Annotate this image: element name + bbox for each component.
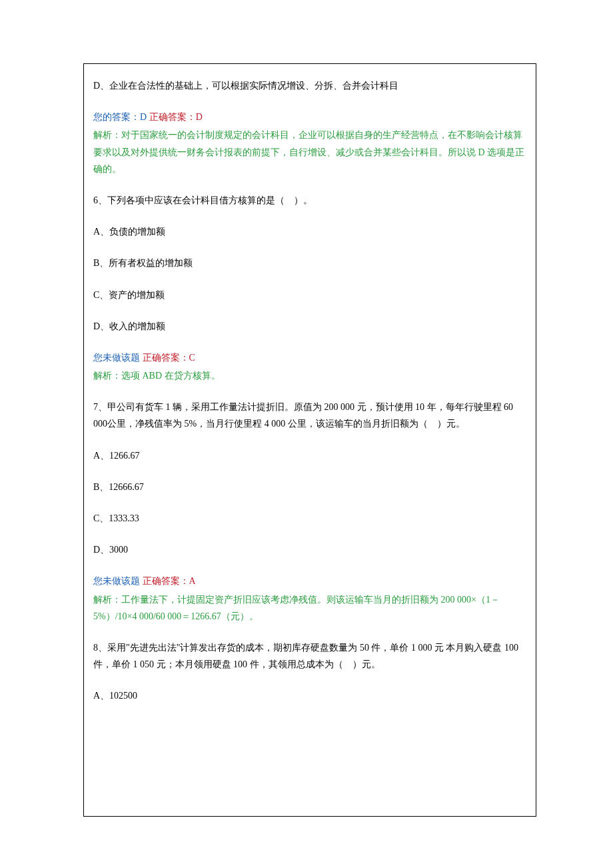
- q5-answer-line: 您的答案：D 正确答案：D: [93, 109, 526, 125]
- analysis-text: 选项 ABD 在贷方核算。: [121, 371, 221, 381]
- q6-analysis: 解析：选项 ABD 在贷方核算。: [93, 367, 526, 384]
- q5-analysis: 解析：对于国家统一的会计制度规定的会计科目，企业可以根据自身的生产经营特点，在不…: [93, 127, 526, 177]
- document-frame: D、企业在合法性的基础上，可以根据实际情况增设、分拆、合并会计科目 您的答案：D…: [83, 63, 536, 817]
- q7-analysis: 解析：工作量法下，计提固定资产折旧应该考虑净残值。则该运输车当月的折旧额为 20…: [93, 591, 526, 625]
- correct-answer-label: 正确答案：: [140, 353, 189, 363]
- q5-option-d: D、企业在合法性的基础上，可以根据实际情况增设、分拆、合并会计科目: [93, 77, 526, 94]
- analysis-label: 解析：: [93, 371, 121, 381]
- q8-stem: 8、采用"先进先出法"计算发出存货的成本，期初库存硬盘数量为 50 件，单价 1…: [93, 639, 526, 673]
- analysis-label: 解析：: [93, 130, 121, 140]
- q7-option-d: D、3000: [93, 541, 526, 558]
- correct-answer-value: A: [189, 576, 196, 586]
- q6-stem: 6、下列各项中应该在会计科目借方核算的是（ ）。: [93, 192, 526, 209]
- your-answer-label: 您的答案：: [93, 112, 140, 122]
- not-answered-label: 您未做该题: [93, 353, 140, 363]
- q7-option-b: B、12666.67: [93, 479, 526, 495]
- correct-answer-label: 正确答案：: [147, 112, 196, 122]
- analysis-text: 对于国家统一的会计制度规定的会计科目，企业可以根据自身的生产经营特点，在不影响会…: [93, 130, 524, 173]
- q8-option-a: A、102500: [93, 687, 526, 704]
- your-answer-value: D: [140, 112, 147, 122]
- q7-option-a: A、1266.67: [93, 447, 526, 464]
- not-answered-label: 您未做该题: [93, 576, 140, 586]
- q6-option-d: D、收入的增加额: [93, 318, 526, 335]
- q7-answer-line: 您未做该题 正确答案：A: [93, 573, 526, 589]
- q6-option-b: B、所有者权益的增加额: [93, 255, 526, 271]
- analysis-text: 工作量法下，计提固定资产折旧应该考虑净残值。则该运输车当月的折旧额为 200 0…: [93, 595, 500, 621]
- analysis-label: 解析：: [93, 595, 121, 605]
- correct-answer-value: D: [196, 112, 203, 122]
- q6-answer-line: 您未做该题 正确答案：C: [93, 349, 526, 366]
- q6-option-c: C、资产的增加额: [93, 287, 526, 303]
- q7-option-c: C、1333.33: [93, 510, 526, 527]
- correct-answer-label: 正确答案：: [140, 576, 189, 586]
- q7-stem: 7、甲公司有货车 1 辆，采用工作量法计提折旧。原值为 200 000 元，预计…: [93, 399, 526, 432]
- q6-option-a: A、负债的增加额: [93, 223, 526, 240]
- correct-answer-value: C: [189, 353, 195, 363]
